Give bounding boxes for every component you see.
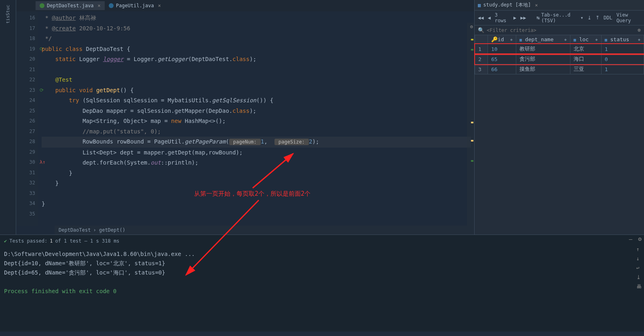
line-number: 16 (16, 13, 35, 23)
cell-loc[interactable]: 海口 (570, 54, 601, 64)
test-status: ✔ Tests passed: 1 of 1 test – 1 s 318 ms (4, 237, 640, 245)
test-detail: of 1 test – 1 s 318 ms (55, 238, 119, 244)
cell-loc[interactable]: 北京 (570, 44, 601, 54)
line-number: 26 (16, 116, 35, 127)
svg-line-0 (253, 154, 293, 188)
next-page-icon[interactable]: ▶▶ (520, 15, 526, 21)
svg-line-1 (186, 200, 259, 275)
line-number: 17 (16, 23, 35, 34)
cell-deptname[interactable]: 教研部 (516, 44, 570, 54)
line-number: 35 (16, 209, 35, 220)
line-number: 19 ⟳ (16, 44, 35, 55)
cell-status[interactable]: 1 (601, 64, 644, 74)
soft-wrap-icon[interactable]: ↩ (636, 265, 642, 271)
cell-deptname[interactable]: 贪污部 (516, 54, 570, 64)
column-icon: ▦ (605, 38, 607, 42)
minimap[interactable]: ⚙ (467, 23, 474, 226)
line-number: 33 (16, 188, 35, 199)
sort-icon[interactable]: ◆ (595, 37, 598, 42)
close-icon[interactable]: × (98, 3, 101, 8)
cell-id[interactable]: 10 (488, 44, 516, 54)
db-header-row: 🔑id◆ ▦ dept_name◆ ▦ loc◆ ▦ status◆ (475, 35, 644, 44)
tab-format-dropdown[interactable]: ↹ Tab-se...d (TSV) ▾ (537, 12, 583, 23)
filter-input[interactable] (487, 27, 635, 33)
run-panel: — ⚙ ↑ ↓ ↩ ⤓ 🖶 ✔ Tests passed: 1 of 1 tes… (0, 235, 644, 332)
line-number: 29 (16, 147, 35, 158)
tab-label: DeptDaoTest.java (47, 3, 94, 8)
sort-icon[interactable]: ◆ (638, 37, 640, 42)
cell-deptname[interactable]: 摸鱼部 (516, 64, 570, 74)
col-id[interactable]: 🔑id◆ (488, 35, 516, 44)
line-number: 23 ⟳ (16, 85, 35, 96)
java-class-icon (40, 3, 44, 8)
filter-row: 🔍 ⊗ (475, 25, 644, 35)
tab-label: PageUtil.java (116, 3, 154, 8)
arrow-to-code (245, 150, 305, 190)
line-number: 31 (16, 168, 35, 178)
row-number: 1 (475, 44, 488, 54)
cell-id[interactable]: 66 (488, 64, 516, 74)
table-row[interactable]: 366摸鱼部三亚1 (475, 64, 644, 74)
check-icon: ✔ (4, 238, 7, 244)
test-count: 1 (50, 238, 53, 244)
db-row-count: 3 rows (495, 12, 509, 23)
breadcrumb-class[interactable]: DeptDaoTest (59, 227, 91, 233)
import-icon[interactable]: ⤒ (595, 15, 600, 21)
console-output[interactable]: D:\Software\Development\Java\Java1.8.60\… (4, 249, 640, 296)
table-row[interactable]: 265贪污部海口0 (475, 54, 644, 64)
export-icon[interactable]: ⤓ (587, 15, 591, 21)
table-row[interactable]: 110教研部北京1 (475, 44, 644, 54)
primary-key-icon: 🔑 (491, 36, 498, 42)
clear-filter-icon[interactable]: ⊗ (638, 27, 641, 33)
col-status[interactable]: ▦ status◆ (601, 35, 644, 44)
console-line: Dept{id=10, dName='教研部', loc='北京', statu… (4, 259, 640, 268)
db-tbody: 110教研部北京1265贪污部海口0366摸鱼部三亚1 (475, 44, 644, 74)
gear-icon[interactable]: ⚙ (470, 24, 473, 30)
left-sidebar: tisStuc (0, 0, 16, 235)
line-number: 34 (16, 199, 35, 209)
line-number: 28 (16, 137, 35, 147)
line-number: 30 λ↑ (16, 157, 35, 168)
view-query-button[interactable]: View Query (617, 12, 641, 23)
cell-loc[interactable]: 三亚 (570, 64, 601, 74)
scroll-up-icon[interactable]: ↑ (636, 246, 642, 252)
db-tab[interactable]: ▦ study.dept [本地] × (475, 0, 644, 10)
breadcrumb-method[interactable]: getDept() (99, 227, 125, 233)
ddl-button[interactable]: DDL (604, 15, 612, 21)
line-number: 24 (16, 95, 35, 106)
col-loc[interactable]: ▦ loc◆ (570, 35, 601, 44)
java-class-icon (109, 3, 114, 8)
close-icon[interactable]: × (158, 3, 161, 8)
line-number: 21 (16, 65, 35, 75)
cell-status[interactable]: 0 (601, 54, 644, 64)
line-number: 27 (16, 127, 35, 137)
cell-id[interactable]: 65 (488, 54, 516, 64)
tab-pageutil[interactable]: PageUtil.java × (105, 1, 165, 10)
line-number: 25 (16, 106, 35, 116)
line-number: 22 (16, 75, 35, 85)
editor-tabs: DeptDaoTest.java × PageUtil.java × (16, 0, 474, 11)
scroll-down-icon[interactable]: ↓ (636, 256, 642, 262)
search-icon: 🔍 (478, 27, 484, 33)
sort-icon[interactable]: ◆ (510, 37, 513, 42)
print-icon[interactable]: 🖶 (636, 283, 642, 290)
test-status-label: Tests passed: (9, 238, 47, 244)
sort-icon[interactable]: ◆ (564, 37, 567, 42)
scroll-end-icon[interactable]: ⤓ (636, 274, 642, 280)
tab-deptdaotest[interactable]: DeptDaoTest.java × (36, 1, 105, 10)
close-icon[interactable]: × (535, 2, 538, 8)
table-icon: ▦ (478, 2, 481, 8)
next-icon[interactable]: ▶ (513, 15, 516, 21)
db-table[interactable]: 🔑id◆ ▦ dept_name◆ ▦ loc◆ ▦ status◆ 110教研… (475, 35, 644, 74)
gear-icon[interactable]: ⚙ (638, 236, 642, 242)
side-tab-structure[interactable]: tisStuc (5, 3, 11, 25)
cell-status[interactable]: 1 (601, 44, 644, 54)
hide-icon[interactable]: — (629, 236, 632, 242)
row-number: 2 (475, 54, 488, 64)
row-number: 3 (475, 64, 488, 74)
prev-page-icon[interactable]: ◀◀ (478, 15, 484, 21)
db-toolbar: ◀◀ ◀ 3 rows ▶ ▶▶ ↹ Tab-se...d (TSV) ▾ ⤓ … (475, 10, 644, 25)
prev-icon[interactable]: ◀ (488, 15, 490, 21)
line-number: 20 (16, 54, 35, 65)
col-deptname[interactable]: ▦ dept_name◆ (516, 35, 570, 44)
